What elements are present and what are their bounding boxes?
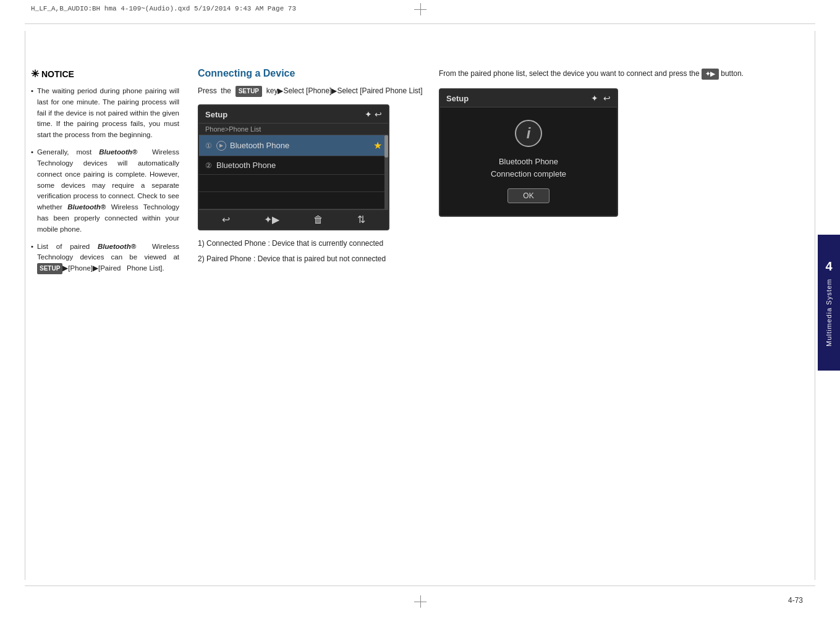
- main-content: ✳ NOTICE The waiting period during phone…: [31, 31, 809, 580]
- chapter-side-tab: 4 Multimedia System: [818, 235, 840, 371]
- device-screen-1: Setup ✦ ↩ Phone>Phone List ① Bluetooth P…: [198, 104, 389, 230]
- page-number: 4-73: [788, 596, 803, 605]
- screen2-icons: ✦ ↩: [591, 93, 611, 103]
- desc-item-2: 2) Paired Phone : Device that is paired …: [198, 253, 426, 265]
- back-button[interactable]: ↩: [222, 214, 230, 225]
- notice-item-3: List of paired Bluetooth® Wireless Techn…: [31, 241, 179, 274]
- screen2-back-icon: ↩: [603, 93, 611, 103]
- screen1-bluetooth-icon: ✦ ↩: [365, 109, 382, 119]
- screen1-row1[interactable]: ① Bluetooth Phone ★: [199, 135, 388, 156]
- device-screen-2: Setup ✦ ↩ i Bluetooth Phone Connection c…: [439, 88, 618, 217]
- screen2-message: Bluetooth Phone Connection complete: [491, 156, 566, 180]
- crosshair-bottom: [414, 595, 426, 608]
- screen1-title: Setup: [205, 110, 227, 119]
- chapter-label: Multimedia System: [825, 279, 833, 346]
- screen1-scrollbar[interactable]: [384, 135, 388, 209]
- screen2-header: Setup ✦ ↩: [440, 90, 617, 107]
- row1-star-icon: ★: [373, 140, 382, 151]
- chapter-number: 4: [825, 259, 832, 274]
- row1-play-icon: [216, 141, 226, 151]
- screen1-descriptions: 1) Connected Phone : Device that is curr…: [198, 238, 426, 264]
- footer-line: [25, 586, 815, 586]
- file-path: H_LF_A,B_AUDIO:BH hma 4-109~(Audio).qxd …: [31, 5, 296, 12]
- notice-title: NOTICE: [41, 69, 74, 79]
- info-icon: i: [515, 120, 542, 147]
- connect-instructions: Press the SETUP key▶Select [Phone]▶Selec…: [198, 85, 426, 97]
- extra-button[interactable]: ⇅: [357, 214, 365, 225]
- notice-item-1: The waiting period during phone pairing …: [31, 86, 179, 141]
- screen2-body: i Bluetooth Phone Connection complete OK: [440, 107, 617, 216]
- right-intro-text: From the paired phone list, select the d…: [439, 68, 784, 80]
- setup-badge: SETUP: [235, 86, 262, 97]
- left-margin: [25, 31, 25, 580]
- screen2-msg-line2: Connection complete: [491, 169, 566, 178]
- right-section: From the paired phone list, select the d…: [439, 68, 784, 217]
- bluetooth-connect-button[interactable]: ✦▶: [264, 214, 279, 225]
- screen1-header: Setup ✦ ↩: [199, 106, 388, 124]
- screen2-bluetooth-icon: ✦: [591, 93, 598, 103]
- header-line: [25, 23, 815, 24]
- connecting-device-title: Connecting a Device: [198, 68, 426, 79]
- row2-number: ②: [205, 161, 216, 170]
- screen1-row3: [199, 175, 388, 192]
- delete-button[interactable]: 🗑: [313, 214, 323, 225]
- screen1-scrollbar-thumb: [384, 135, 388, 157]
- screen1-row2[interactable]: ② Bluetooth Phone: [199, 156, 388, 175]
- screen1-footer: ↩ ✦▶ 🗑 ⇅: [199, 209, 388, 229]
- screen1-row4: [199, 192, 388, 209]
- connecting-device-section: Connecting a Device Press the SETUP key▶…: [198, 68, 426, 268]
- crosshair-top: [414, 3, 426, 15]
- desc-item-1: 1) Connected Phone : Device that is curr…: [198, 238, 426, 250]
- screen1-rows: ① Bluetooth Phone ★ ② Bluetooth Phone: [199, 135, 388, 209]
- row1-text: Bluetooth Phone: [230, 141, 373, 150]
- screen2-msg-line1: Bluetooth Phone: [499, 157, 558, 166]
- screen2-title: Setup: [446, 94, 469, 103]
- notice-section: ✳ NOTICE The waiting period during phone…: [31, 68, 179, 280]
- ok-button[interactable]: OK: [507, 188, 549, 203]
- notice-star-icon: ✳: [31, 68, 39, 80]
- notice-item-2: Generally, most Bluetooth® Wireless Tech…: [31, 147, 179, 235]
- notice-list: The waiting period during phone pairing …: [31, 86, 179, 274]
- right-margin: [815, 31, 815, 580]
- row2-text: Bluetooth Phone: [216, 161, 382, 170]
- screen1-subtitle: Phone>Phone List: [199, 124, 388, 135]
- connect-button-badge: ✦▶: [702, 69, 719, 80]
- notice-header: ✳ NOTICE: [31, 68, 179, 80]
- row1-number: ①: [205, 141, 216, 150]
